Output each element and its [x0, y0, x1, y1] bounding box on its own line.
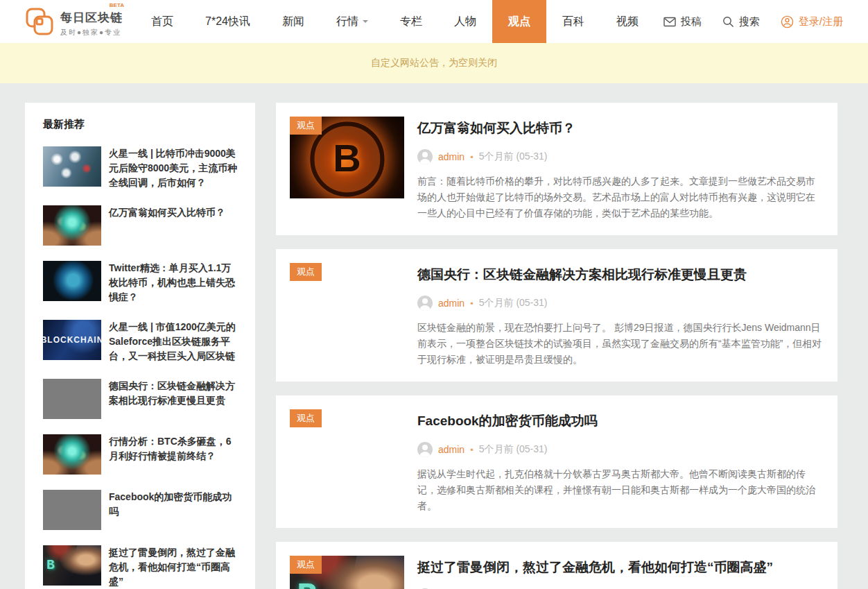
sidebar-article-title: 亿万富翁如何买入比特币？ [109, 205, 225, 246]
article-excerpt: 前言：随着比特币价格的攀升，对比特币感兴趣的人多了起来。文章提到一些做艺术品交易… [417, 173, 824, 221]
category-badge[interactable]: 观点 [290, 117, 322, 135]
nav-item[interactable]: 视频 [600, 0, 654, 43]
sidebar-latest-recommend: 最新推荐 火星一线 | 比特币冲击9000美元后险守8000美元，主流币种全线回… [25, 103, 255, 589]
sidebar-article-item[interactable]: 德国央行：区块链金融解决方案相比现行标准更慢且更贵 [43, 379, 238, 419]
nav-item-label: 视频 [616, 15, 639, 29]
page-content: 最新推荐 火星一线 | 比特币冲击9000美元后险守8000美元，主流币种全线回… [0, 83, 868, 589]
article-card: 观点 Facebook的加密货币能成功吗 admin • 5个月前 (05-31… [276, 395, 837, 528]
article-thumbnail-image [43, 434, 101, 475]
sidebar-list: 火星一线 | 比特币冲击9000美元后险守8000美元，主流币种全线回调，后市如… [43, 146, 238, 589]
site-logo[interactable]: 每日区块链 BETA 及时●独家●专业 [25, 0, 123, 43]
sidebar-article-item[interactable]: Twitter精选：单月买入1.1万枚比特币，机构也患上错失恐惧症？ [43, 261, 238, 305]
nav-item-label: 首页 [151, 15, 173, 29]
nav-item-label: 新闻 [282, 15, 304, 29]
category-badge[interactable]: 观点 [290, 409, 322, 427]
article-thumbnail-image [43, 490, 101, 530]
author-link[interactable]: admin [438, 444, 465, 455]
sidebar-article-title: 德国央行：区块链金融解决方案相比现行标准更慢且更贵 [109, 379, 238, 419]
sidebar-article-title: 火星一线 | 比特币冲击9000美元后险守8000美元，主流币种全线回调，后市如… [109, 146, 238, 190]
category-badge[interactable]: 观点 [290, 556, 322, 574]
nav-item-label: 行情 [336, 15, 358, 29]
sidebar-article-item[interactable]: 挺过了雷曼倒闭，熬过了金融危机，看他如何打造“币圈高盛” [43, 545, 238, 589]
main-nav: 首页 7*24快讯 新闻 行情 专栏 人 [135, 0, 654, 43]
article-list: 观点 亿万富翁如何买入比特币？ admin • 5个月前 (05-31) 前言：… [276, 103, 837, 589]
nav-item-label: 观点 [508, 15, 530, 29]
article-title[interactable]: Facebook的加密货币能成功吗 [417, 412, 824, 430]
logo-subtitle: 及时●独家●专业 [60, 28, 123, 37]
site-announcement: 自定义网站公告，为空则关闭 [0, 43, 868, 83]
article-meta: admin • 5个月前 (05-31) [417, 442, 824, 457]
article-card: 观点 亿万富翁如何买入比特币？ admin • 5个月前 (05-31) 前言：… [276, 103, 837, 235]
search-icon [722, 16, 734, 28]
sidebar-article-title: Facebook的加密货币能成功吗 [109, 490, 238, 530]
beta-tag: BETA [110, 2, 124, 8]
meta-separator: • [470, 152, 474, 162]
sidebar-title: 最新推荐 [43, 118, 238, 131]
sidebar-article-title: 火星一线 | 市值1200亿美元的Saleforce推出区块链服务平台，又一科技… [109, 320, 238, 364]
logo-icon [25, 7, 54, 36]
header-actions: 投稿 搜索 登录/注册 [663, 0, 843, 43]
nav-item-label: 7*24快讯 [205, 15, 250, 29]
nav-item[interactable]: 新闻 [266, 0, 320, 43]
sidebar-article-title: Twitter精选：单月买入1.1万枚比特币，机构也患上错失恐惧症？ [109, 261, 238, 305]
sidebar-article-item[interactable]: 亿万富翁如何买入比特币？ [43, 205, 238, 246]
publish-date: 5个月前 (05-31) [479, 443, 548, 456]
article-excerpt: 据说从学生时代起，扎克伯格就十分钦慕古罗马奥古斯都大帝。他曾不断阅读奥古斯都的传… [417, 466, 824, 514]
category-badge[interactable]: 观点 [290, 263, 322, 281]
article-card: 观点 挺过了雷曼倒闭，熬过了金融危机，看他如何打造“币圈高盛” admin • … [276, 542, 837, 589]
avatar [417, 149, 433, 164]
article-thumbnail-image [43, 146, 101, 187]
site-header: 每日区块链 BETA 及时●独家●专业 首页 7*24快讯 新闻 行情 [0, 0, 868, 43]
avatar [417, 442, 433, 457]
sidebar-article-item[interactable]: 火星一线 | 比特币冲击9000美元后险守8000美元，主流币种全线回调，后市如… [43, 146, 238, 190]
logo-title: 每日区块链 [60, 11, 123, 24]
nav-item[interactable]: 首页 [135, 0, 189, 43]
sidebar-article-item[interactable]: BLOCKCHAIN 火星一线 | 市值1200亿美元的Saleforce推出区… [43, 320, 238, 364]
chevron-down-icon [363, 20, 368, 26]
article-thumbnail-image [43, 545, 101, 586]
nav-item-label: 人物 [454, 15, 476, 29]
article-meta: admin • 5个月前 (05-31) [417, 149, 824, 164]
sidebar-article-title: 挺过了雷曼倒闭，熬过了金融危机，看他如何打造“币圈高盛” [109, 545, 238, 589]
author-link[interactable]: admin [438, 298, 465, 309]
publish-date: 5个月前 (05-31) [479, 151, 548, 163]
nav-item-label: 百科 [562, 15, 584, 29]
nav-item[interactable]: 专栏 [384, 0, 438, 43]
nav-item[interactable]: 人物 [438, 0, 492, 43]
article-thumbnail-image: BLOCKCHAIN [43, 320, 101, 360]
sidebar-article-item[interactable]: 行情分析：BTC杀多砸盘，6月利好行情被提前终结？ [43, 434, 238, 475]
nav-item[interactable]: 百科 [546, 0, 600, 43]
article-excerpt: 区块链金融的前景，现在恐怕要打上问号了。 彭博29日报道，德国央行行长Jens … [417, 320, 824, 368]
nav-item[interactable]: 行情 [320, 0, 384, 43]
article-title[interactable]: 德国央行：区块链金融解决方案相比现行标准更慢且更贵 [417, 266, 824, 284]
sidebar-article-title: 行情分析：BTC杀多砸盘，6月利好行情被提前终结？ [109, 434, 238, 475]
nav-item[interactable]: 观点 [492, 0, 546, 43]
submit-post-button[interactable]: 投稿 [663, 15, 702, 28]
meta-separator: • [470, 445, 474, 455]
avatar [417, 296, 433, 311]
user-circle-icon [781, 15, 794, 28]
envelope-icon [663, 17, 676, 27]
nav-item-label: 专栏 [400, 15, 422, 29]
article-thumbnail-image [43, 205, 101, 246]
sidebar-article-item[interactable]: Facebook的加密货币能成功吗 [43, 490, 238, 530]
login-register-link[interactable]: 登录/注册 [781, 15, 843, 28]
article-meta: admin • 5个月前 (05-31) [417, 296, 824, 311]
publish-date: 5个月前 (05-31) [479, 297, 548, 309]
article-title[interactable]: 亿万富翁如何买入比特币？ [417, 119, 824, 137]
article-title[interactable]: 挺过了雷曼倒闭，熬过了金融危机，看他如何打造“币圈高盛” [417, 558, 824, 577]
meta-separator: • [470, 298, 474, 309]
article-card: 观点 德国央行：区块链金融解决方案相比现行标准更慢且更贵 admin • 5个月… [276, 249, 837, 382]
nav-item[interactable]: 7*24快讯 [189, 0, 266, 43]
article-thumbnail-image [43, 261, 101, 301]
author-link[interactable]: admin [438, 151, 465, 162]
search-button[interactable]: 搜索 [722, 15, 760, 28]
thumbnail-caption: BLOCKCHAIN [43, 320, 101, 360]
article-thumbnail-image [43, 379, 101, 419]
